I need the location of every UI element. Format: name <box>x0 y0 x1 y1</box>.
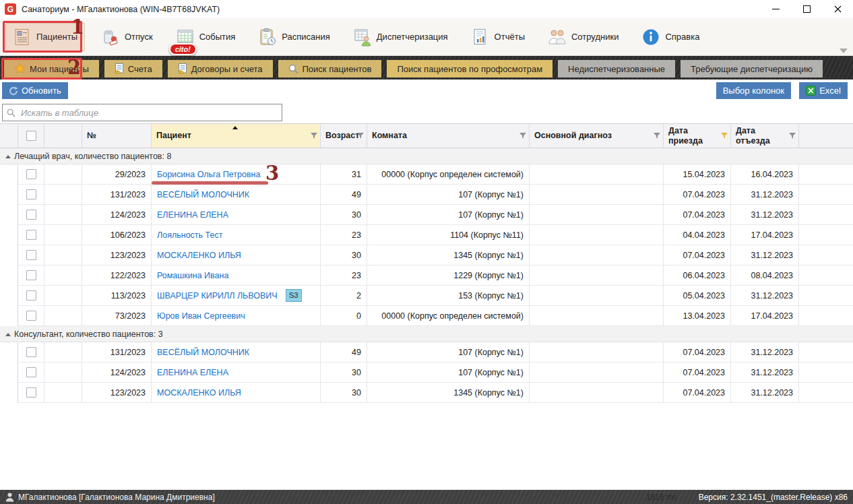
excel-export-button[interactable]: Excel <box>799 82 848 99</box>
toolbar-button-vacation[interactable]: Отпуск <box>94 24 160 51</box>
group-row-consultant[interactable]: Консультант, количество пациентов: 3 <box>0 326 853 342</box>
patient-link[interactable]: ВЕСЁЛЫЙ МОЛОЧНИК <box>157 348 249 357</box>
header-indent <box>0 124 18 148</box>
patient-link[interactable]: ШВАРЦЕР КИРИЛЛ ЛЬВОВИЧ <box>157 291 278 301</box>
checkbox[interactable] <box>26 250 36 260</box>
checkbox[interactable] <box>26 270 36 280</box>
checkbox[interactable] <box>26 210 36 220</box>
row-departure: 16.04.2023 <box>731 164 799 185</box>
checkbox[interactable] <box>26 290 36 301</box>
checkbox[interactable] <box>26 169 36 179</box>
row-checkbox-cell[interactable] <box>18 205 44 225</box>
filter-icon[interactable] <box>311 133 318 139</box>
filter-icon[interactable] <box>519 133 527 139</box>
col-header-num[interactable]: № <box>82 124 152 148</box>
tab-undispatched[interactable]: Недиспетчеризованные <box>558 60 675 77</box>
row-age: 30 <box>321 383 367 403</box>
maximize-button[interactable] <box>791 0 822 18</box>
search-icon <box>7 108 15 117</box>
row-number: 29/2023 <box>82 164 152 185</box>
toolbar-overflow-icon[interactable] <box>840 49 848 53</box>
col-header-age[interactable]: Возраст <box>321 124 367 148</box>
patient-link[interactable]: Юров Иван Сергеевич <box>157 311 245 321</box>
row-diagnosis <box>530 225 664 245</box>
row-number: 131/2023 <box>82 342 152 363</box>
row-diagnosis <box>530 205 664 225</box>
patient-link[interactable]: ЕЛЕНИНА ЕЛЕНА <box>157 368 228 377</box>
table-row: 106/2023 Лояльность Тест 23 1104 (Корпус… <box>0 225 853 245</box>
patient-link[interactable]: МОСКАЛЕНКО ИЛЬЯ <box>157 251 241 260</box>
tab-patient-search[interactable]: Поиск пациентов <box>278 60 382 77</box>
filter-icon[interactable] <box>654 133 661 139</box>
toolbar-button-staff[interactable]: Сотрудники <box>541 24 625 51</box>
row-checkbox-cell[interactable] <box>18 164 44 185</box>
minimize-button[interactable] <box>760 0 791 18</box>
row-room: 107 (Корпус №1) <box>367 205 530 225</box>
row-checkbox-cell[interactable] <box>18 306 44 326</box>
row-checkbox-cell[interactable] <box>18 185 44 205</box>
document-icon <box>178 63 187 74</box>
checkbox[interactable] <box>26 230 36 240</box>
row-arrival: 06.04.2023 <box>664 265 731 286</box>
collapse-icon[interactable] <box>5 155 11 158</box>
patient-link[interactable]: Ромашкина Ивана <box>157 271 228 280</box>
row-arrival: 07.04.2023 <box>664 383 731 403</box>
action-row: Обновить Выбор колонок Excel <box>0 80 853 102</box>
toolbar-button-reports[interactable]: Отчёты <box>464 24 532 51</box>
column-chooser-button[interactable]: Выбор колонок <box>716 82 791 99</box>
row-checkbox-cell[interactable] <box>18 342 44 363</box>
row-age: 23 <box>321 265 367 286</box>
toolbar-button-schedules[interactable]: Расписания <box>251 24 336 51</box>
close-button[interactable] <box>822 0 853 18</box>
col-header-departure[interactable]: Дата отъезда <box>731 124 799 148</box>
col-header-patient[interactable]: Пациент <box>152 124 321 148</box>
user-icon <box>5 493 14 502</box>
toolbar-button-dispatch[interactable]: Диспетчеризация <box>346 24 455 51</box>
collapse-icon[interactable] <box>5 333 11 336</box>
col-header-diagnosis[interactable]: Основной диагноз <box>530 124 664 148</box>
col-header-room[interactable]: Комната <box>367 124 530 148</box>
refresh-button[interactable]: Обновить <box>2 82 68 99</box>
patient-link[interactable]: МОСКАЛЕНКО ИЛЬЯ <box>157 388 241 398</box>
patient-link[interactable]: ЕЛЕНИНА ЕЛЕНА <box>157 210 228 220</box>
row-arrival: 15.04.2023 <box>664 164 731 185</box>
row-diagnosis <box>530 306 664 326</box>
patient-link[interactable]: Борисина Ольга Петровна <box>157 170 260 179</box>
row-departure: 17.04.2023 <box>731 225 799 245</box>
vacation-icon <box>101 28 120 46</box>
checkbox[interactable] <box>26 367 36 377</box>
tab-contracts[interactable]: Договоры и счета <box>168 60 273 77</box>
checkbox[interactable] <box>26 347 36 357</box>
toolbar-button-patients[interactable]: Пациенты <box>5 23 85 51</box>
col-header-arrival[interactable]: Дата приезда <box>664 124 731 148</box>
table-search-box[interactable] <box>2 104 282 121</box>
patient-link[interactable]: ВЕСЁЛЫЙ МОЛОЧНИК <box>157 190 249 199</box>
tab-invoices[interactable]: Счета <box>104 60 162 77</box>
filter-icon-active[interactable] <box>721 133 728 139</box>
tab-checkup-search[interactable]: Поиск пациентов по профосмотрам <box>387 60 552 77</box>
toolbar-button-events[interactable]: События cito! <box>169 24 243 51</box>
checkbox[interactable] <box>26 189 36 199</box>
tab-requiring-dispatch[interactable]: Требующие диспетчеризацию <box>681 60 823 77</box>
row-checkbox-cell[interactable] <box>18 363 44 383</box>
row-checkbox-cell[interactable] <box>18 286 44 306</box>
row-number: 124/2023 <box>82 205 152 225</box>
tab-my-patients[interactable]: Мои пациенты <box>4 60 99 77</box>
row-age: 30 <box>321 205 367 225</box>
checkbox[interactable] <box>26 387 36 398</box>
toolbar-button-help[interactable]: Справка <box>635 24 706 51</box>
checkbox[interactable] <box>26 311 36 321</box>
row-checkbox-cell[interactable] <box>18 225 44 245</box>
patient-link[interactable]: Лояльность Тест <box>157 230 222 240</box>
row-room: 1345 (Корпус №1) <box>367 383 530 403</box>
row-checkbox-cell[interactable] <box>18 265 44 286</box>
table-search-input[interactable] <box>20 105 282 120</box>
maximize-icon <box>803 5 811 13</box>
header-select-all[interactable] <box>18 124 44 148</box>
group-row-attending[interactable]: Лечащий врач, количество пациентов: 8 <box>0 148 853 164</box>
row-checkbox-cell[interactable] <box>18 245 44 265</box>
filter-icon[interactable] <box>357 133 365 139</box>
filter-icon[interactable] <box>789 133 796 139</box>
checkbox[interactable] <box>26 131 36 141</box>
row-checkbox-cell[interactable] <box>18 383 44 403</box>
